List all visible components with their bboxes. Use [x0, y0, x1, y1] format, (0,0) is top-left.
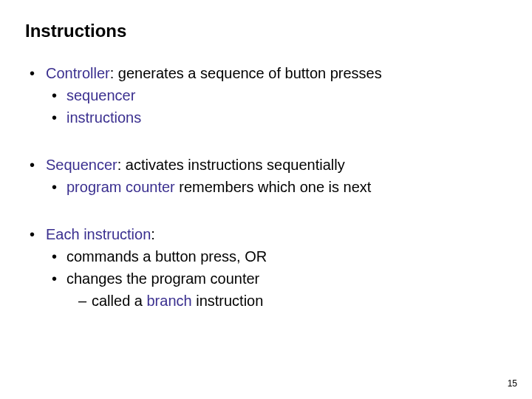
bullet-l1: Each instruction:	[25, 225, 507, 244]
slide: Instructions Controller: generates a seq…	[0, 0, 532, 399]
bullet-block: Sequencer: activates instructions sequen…	[25, 155, 507, 197]
term-accent: sequencer	[66, 87, 135, 103]
term-accent: Sequencer	[46, 157, 117, 173]
bullet-l2: commands a button press, OR	[25, 247, 507, 266]
bullet-l2: instructions	[25, 108, 507, 127]
term-accent: program counter	[66, 179, 175, 195]
bullet-text: : generates a sequence of button presses	[110, 65, 382, 81]
bullet-text: remembers which one is next	[175, 179, 372, 195]
bullet-text: :	[151, 226, 155, 242]
bullet-text: called a	[92, 293, 147, 309]
bullet-l1: Controller: generates a sequence of butt…	[25, 64, 507, 83]
bullet-text: instruction	[192, 293, 264, 309]
bullet-text: commands a button press, OR	[66, 248, 267, 265]
term-accent: branch	[147, 293, 192, 309]
bullet-l2: program counter remembers which one is n…	[25, 177, 507, 197]
page-number: 15	[508, 378, 517, 389]
bullet-block: Controller: generates a sequence of butt…	[25, 64, 507, 127]
slide-title: Instructions	[25, 21, 507, 41]
bullet-l2: changes the program counter	[25, 269, 507, 288]
bullet-l1: Sequencer: activates instructions sequen…	[25, 155, 507, 174]
bullet-text: : activates instructions sequentially	[117, 157, 345, 173]
term-accent: Controller	[46, 65, 110, 81]
bullet-text: changes the program counter	[66, 270, 259, 287]
bullet-l3: called a branch instruction	[25, 291, 507, 310]
bullet-l2: sequencer	[25, 86, 507, 105]
term-accent: instructions	[66, 109, 141, 126]
bullet-block: Each instruction: commands a button pres…	[25, 225, 507, 310]
term-accent: Each instruction	[46, 226, 151, 242]
